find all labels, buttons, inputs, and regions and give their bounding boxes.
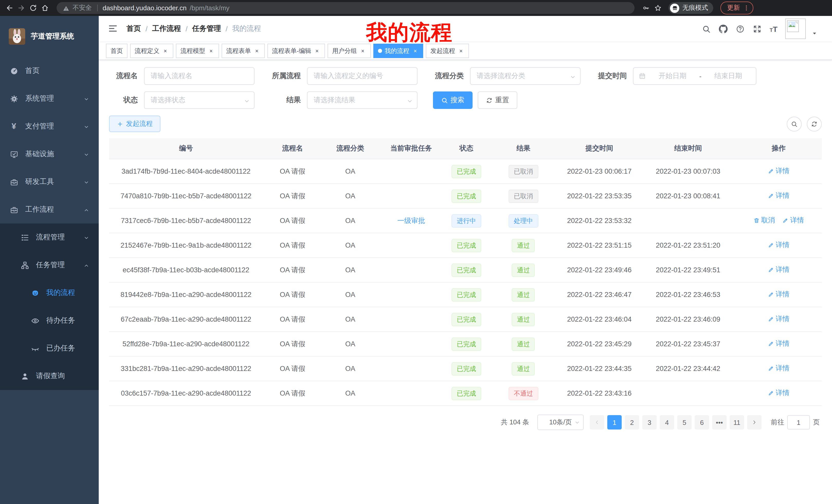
tab-close-icon[interactable]: × xyxy=(359,48,366,54)
sidebar-item-3[interactable]: 基础设施 xyxy=(0,140,99,168)
sidebar-item-4[interactable]: 研发工具 xyxy=(0,168,99,196)
detail-action-link[interactable]: 详情 xyxy=(768,265,789,275)
home-icon[interactable] xyxy=(41,4,49,12)
tab-close-icon[interactable]: × xyxy=(254,48,260,54)
chevron-up-icon xyxy=(83,206,89,213)
sidebar-item-0[interactable]: 首页 xyxy=(0,57,99,85)
font-size-icon[interactable]: TT xyxy=(770,24,778,33)
detail-action-link[interactable]: 详情 xyxy=(768,339,789,348)
star-icon[interactable] xyxy=(654,4,662,12)
sidebar-item-9[interactable]: 待办任务 xyxy=(0,307,99,334)
update-button[interactable]: 更新 xyxy=(721,2,753,15)
breadcrumb-item[interactable]: 任务管理 xyxy=(192,24,221,33)
sidebar-item-10[interactable]: 已办任务 xyxy=(0,334,99,362)
detail-action-link[interactable]: 详情 xyxy=(768,241,789,250)
cell-current-task: 一级审批 xyxy=(379,208,444,233)
page-button-3[interactable]: 3 xyxy=(642,415,657,429)
page-button-4[interactable]: 4 xyxy=(660,415,674,429)
page-size-select[interactable]: 10条/页 xyxy=(537,415,583,430)
breadcrumb-item[interactable]: 工作流程 xyxy=(152,24,181,33)
caret-down-icon[interactable] xyxy=(811,29,817,35)
menu-dots-icon[interactable] xyxy=(743,5,750,11)
fullscreen-icon[interactable] xyxy=(753,24,762,33)
reset-button[interactable]: 重置 xyxy=(478,91,517,109)
sidebar-item-1[interactable]: 系统管理 xyxy=(0,85,99,113)
tab-close-icon[interactable]: × xyxy=(162,48,169,54)
next-page-button[interactable] xyxy=(747,415,761,429)
dashboard-icon xyxy=(9,66,19,76)
detail-action-link[interactable]: 详情 xyxy=(768,167,789,176)
hamburger-icon[interactable] xyxy=(108,24,118,34)
process-category-select[interactable] xyxy=(470,67,580,85)
result-badge: 通过 xyxy=(512,263,535,277)
current-task-link[interactable]: 一级审批 xyxy=(397,217,425,224)
page-button-5[interactable]: 5 xyxy=(677,415,692,429)
back-icon[interactable] xyxy=(5,4,14,12)
sidebar-item-8[interactable]: 我的流程 xyxy=(0,279,99,307)
process-definition-input[interactable] xyxy=(307,67,418,85)
page-button-1[interactable]: 1 xyxy=(607,415,622,429)
result-select[interactable] xyxy=(307,91,418,109)
sidebar-item-2[interactable]: ¥支付管理 xyxy=(0,113,99,140)
prev-page-button[interactable] xyxy=(590,415,604,429)
cell-result: 通过 xyxy=(489,258,558,282)
table-row: 7470a810-7b9b-11ec-b5b7-acde48001122OA 请… xyxy=(109,184,822,208)
edit-icon xyxy=(768,267,774,273)
refresh-table-button[interactable] xyxy=(807,116,822,131)
page-button-6[interactable]: 6 xyxy=(695,415,709,429)
sidebar-item-6[interactable]: 流程管理 xyxy=(0,223,99,251)
create-process-button[interactable]: 发起流程 xyxy=(109,116,160,132)
filter-row-1: 流程名 所属流程 流程分类 提交时间 开始日期 - 结束日期 xyxy=(109,67,822,85)
sidebar-item-7[interactable]: 任务管理 xyxy=(0,251,99,279)
key-icon[interactable] xyxy=(642,4,650,12)
page-button-2[interactable]: 2 xyxy=(625,415,639,429)
detail-action-link[interactable]: 详情 xyxy=(782,216,804,225)
detail-action-link[interactable]: 详情 xyxy=(768,191,789,201)
more-pages-button[interactable]: ••• xyxy=(712,415,727,429)
search-button[interactable]: 搜索 xyxy=(433,91,473,109)
breadcrumb: 首页/工作流程/任务管理/我的流程 xyxy=(127,24,261,33)
tab-close-icon[interactable]: × xyxy=(458,48,464,54)
table-row: 3ad174fb-7b9d-11ec-8404-acde48001122OA 请… xyxy=(109,159,822,184)
search-icon[interactable] xyxy=(702,24,711,33)
cell-category: OA xyxy=(322,332,379,356)
cell-current-task xyxy=(379,184,444,208)
sidebar-item-5[interactable]: 工作流程 xyxy=(0,196,99,223)
breadcrumb-item[interactable]: 首页 xyxy=(127,24,141,33)
cell-status: 已完成 xyxy=(444,356,489,381)
tab-4[interactable]: 流程表单-编辑× xyxy=(267,44,325,58)
process-name-input[interactable] xyxy=(144,67,255,85)
sidebar-item-label: 研发工具 xyxy=(25,177,54,187)
tab-5[interactable]: 用户分组× xyxy=(328,44,371,58)
goto-page-input[interactable] xyxy=(787,415,810,429)
reload-icon[interactable] xyxy=(29,4,37,12)
show-search-button[interactable] xyxy=(787,116,802,131)
tab-2[interactable]: 流程模型× xyxy=(176,44,219,58)
github-icon[interactable] xyxy=(719,24,728,33)
submit-time-range-picker[interactable]: 开始日期 - 结束日期 xyxy=(633,67,756,85)
detail-action-link[interactable]: 详情 xyxy=(768,364,789,373)
edit-icon xyxy=(768,193,774,199)
status-select[interactable] xyxy=(144,91,255,109)
tab-0[interactable]: 首页 xyxy=(106,44,128,58)
help-icon[interactable] xyxy=(735,24,745,33)
tab-close-icon[interactable]: × xyxy=(208,48,214,54)
cell-status: 已完成 xyxy=(444,159,489,184)
action-label: 详情 xyxy=(776,364,789,373)
breadcrumb-item: 我的流程 xyxy=(232,24,261,33)
sidebar-item-11[interactable]: 请假查询 xyxy=(0,362,99,390)
tab-3[interactable]: 流程表单× xyxy=(222,44,265,58)
forward-icon[interactable] xyxy=(17,4,26,12)
detail-action-link[interactable]: 详情 xyxy=(768,315,789,324)
avatar[interactable] xyxy=(785,19,806,39)
monitor-icon xyxy=(9,149,19,159)
detail-action-link[interactable]: 详情 xyxy=(768,290,789,299)
tab-close-icon[interactable]: × xyxy=(314,48,320,54)
detail-action-link[interactable]: 详情 xyxy=(768,389,789,398)
edit-icon xyxy=(768,168,774,174)
tab-close-icon[interactable]: × xyxy=(412,48,419,54)
page-button-11[interactable]: 11 xyxy=(730,415,744,429)
tab-1[interactable]: 流程定义× xyxy=(130,44,173,58)
cancel-action-link[interactable]: 取消 xyxy=(753,216,775,225)
url-bar[interactable]: 不安全 dashboard.yudao.iocoder.cn/bpm/task/… xyxy=(57,2,634,14)
